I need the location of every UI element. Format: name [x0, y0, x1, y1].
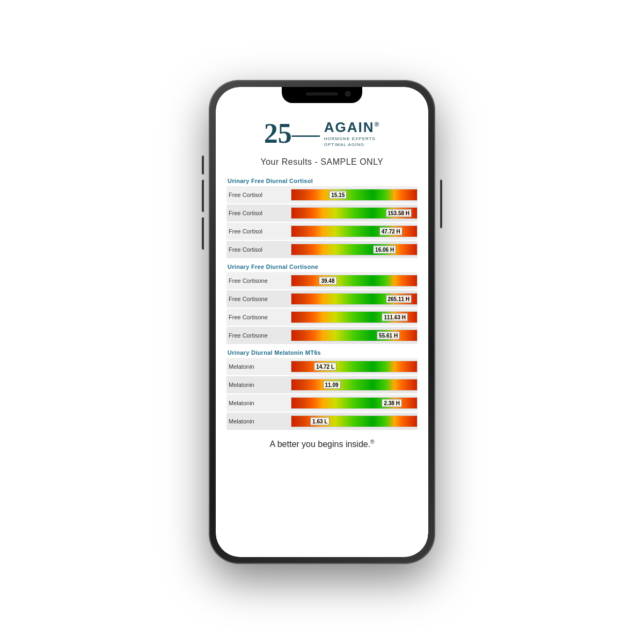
result-row: Melatonin14.72 L [226, 358, 418, 375]
result-label: Melatonin [226, 400, 291, 406]
sections-container: Urinary Free Diurnal CortisolFree Cortis… [226, 173, 418, 430]
gauge-value: 55.61 H [377, 332, 400, 340]
gauge-container: 11.09 [291, 379, 418, 391]
result-row: Free Cortisol16.06 H [226, 241, 418, 258]
app-content: 25— AGAIN® HORMONE EXPERTS OPTIMAL AGING [216, 87, 428, 557]
gauge-value: 2.38 H [382, 399, 401, 407]
logo-brand: AGAIN® [324, 119, 380, 136]
result-row: Free Cortisol47.72 H [226, 223, 418, 240]
gauge-container: 16.06 H [291, 244, 418, 255]
logo-brand-text: AGAIN [324, 119, 375, 135]
logo-registered: ® [374, 121, 380, 128]
result-label: Melatonin [226, 418, 291, 425]
section-0: Urinary Free Diurnal CortisolFree Cortis… [226, 173, 418, 258]
gauge-value: 153.58 H [386, 209, 412, 217]
result-label: Free Cortisol [226, 210, 291, 216]
speaker [306, 92, 338, 96]
gauge-bar [291, 361, 417, 372]
result-label: Free Cortisone [226, 296, 291, 302]
logo-dash-text: — [292, 118, 320, 149]
result-label: Melatonin [226, 363, 291, 370]
result-label: Free Cortisone [226, 314, 291, 320]
scrollable-area[interactable]: 25— AGAIN® HORMONE EXPERTS OPTIMAL AGING [216, 106, 428, 557]
logo-text-group: AGAIN® HORMONE EXPERTS OPTIMAL AGING [324, 119, 380, 148]
gauge-value: 11.09 [323, 381, 341, 389]
gauge-bar [291, 189, 417, 200]
gauge-value: 265.11 H [386, 295, 412, 303]
gauge-container: 153.58 H [291, 207, 418, 219]
gauge-container: 47.72 H [291, 225, 418, 237]
logo-area: 25— AGAIN® HORMONE EXPERTS OPTIMAL AGING [226, 111, 418, 153]
section-header-0: Urinary Free Diurnal Cortisol [226, 173, 418, 186]
result-row: Melatonin11.09 [226, 376, 418, 393]
phone-frame: 25— AGAIN® HORMONE EXPERTS OPTIMAL AGING [209, 80, 435, 564]
result-row: Free Cortisone55.61 H [226, 327, 418, 344]
gauge-value: 39.48 [319, 277, 336, 285]
phone-notch [282, 87, 362, 103]
gauge-value: 111.63 H [382, 313, 408, 321]
gauge-container: 2.38 H [291, 397, 418, 409]
power-button [440, 180, 442, 228]
gauge-value: 14.72 L [314, 363, 336, 371]
tagline-registered: ® [370, 439, 374, 445]
page-title: Your Results - SAMPLE ONLY [226, 157, 418, 167]
result-label: Free Cortisone [226, 332, 291, 339]
gauge-value: 16.06 H [373, 246, 396, 254]
result-row: Free Cortisone39.48 [226, 272, 418, 289]
gauge-container: 1.63 L [291, 415, 418, 427]
result-label: Free Cortisol [226, 246, 291, 253]
result-row: Melatonin2.38 H [226, 394, 418, 412]
section-header-1: Urinary Free Diurnal Cortisone [226, 259, 418, 272]
result-row: Free Cortisol15.15 [226, 186, 418, 203]
gauge-bar [291, 244, 417, 255]
phone-screen: 25— AGAIN® HORMONE EXPERTS OPTIMAL AGING [216, 87, 428, 557]
result-label: Free Cortisone [226, 277, 291, 284]
result-row: Free Cortisone265.11 H [226, 290, 418, 308]
logo-line2: OPTIMAL AGING [324, 142, 364, 147]
gauge-value: 47.72 H [379, 228, 402, 236]
gauge-container: 265.11 H [291, 293, 418, 305]
result-row: Free Cortisol153.58 H [226, 204, 418, 222]
result-row: Melatonin1.63 L [226, 413, 418, 430]
logo-line1: HORMONE EXPERTS [324, 136, 376, 141]
gauge-value: 1.63 L [310, 418, 330, 426]
result-row: Free Cortisone111.63 H [226, 309, 418, 326]
tagline-text: A better you begins inside. [269, 440, 370, 449]
logo-subtitle: HORMONE EXPERTS OPTIMAL AGING [324, 136, 376, 148]
bottom-tagline: A better you begins inside.® [226, 431, 418, 460]
logo-25-text: 25 [264, 118, 292, 149]
gauge-bar [291, 275, 417, 286]
gauge-value: 15.15 [329, 191, 347, 199]
gauge-bar [291, 379, 417, 390]
mute-button [202, 156, 204, 174]
volume-up-button [202, 180, 204, 212]
logo-number: 25— [264, 120, 320, 148]
gauge-container: 14.72 L [291, 361, 418, 372]
front-camera [345, 91, 350, 97]
gauge-container: 55.61 H [291, 330, 418, 341]
screen-content: 25— AGAIN® HORMONE EXPERTS OPTIMAL AGING [216, 87, 428, 557]
section-2: Urinary Diurnal Melatonin MT6sMelatonin1… [226, 345, 418, 430]
section-1: Urinary Free Diurnal CortisoneFree Corti… [226, 259, 418, 344]
section-header-2: Urinary Diurnal Melatonin MT6s [226, 345, 418, 358]
gauge-container: 111.63 H [291, 311, 418, 323]
result-label: Free Cortisol [226, 192, 291, 198]
gauge-container: 15.15 [291, 189, 418, 201]
volume-down-button [202, 217, 204, 250]
logo-container: 25— AGAIN® HORMONE EXPERTS OPTIMAL AGING [226, 119, 418, 148]
gauge-container: 39.48 [291, 275, 418, 287]
result-label: Free Cortisol [226, 228, 291, 235]
result-label: Melatonin [226, 382, 291, 388]
